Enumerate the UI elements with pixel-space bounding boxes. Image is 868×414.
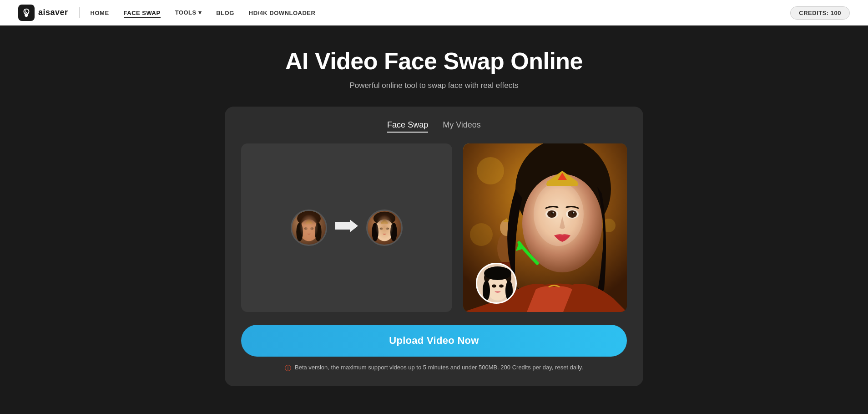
- svg-point-10: [375, 220, 394, 241]
- nav-link-blog[interactable]: BLOG: [216, 10, 234, 16]
- disclaimer: ⓘ Beta version, the maximum support vide…: [285, 364, 583, 373]
- svg-point-4: [304, 227, 308, 230]
- nav-item-hd-downloader[interactable]: HD/4K DOWNLOADER: [249, 9, 316, 17]
- tab-face-swap[interactable]: Face Swap: [387, 120, 428, 133]
- left-panel: [241, 143, 452, 312]
- svg-point-45: [499, 285, 504, 288]
- svg-point-14: [386, 228, 389, 230]
- swap-arrow-icon: [335, 218, 358, 237]
- demo-area: [241, 143, 627, 312]
- tabs-container: Face Swap My Videos: [387, 120, 481, 133]
- nav-right: CREDITS: 100: [790, 9, 850, 17]
- nav-links: HOME FACE SWAP TOOLS ▾ BLOG HD/4K DOWNLO…: [91, 9, 316, 17]
- svg-point-46: [483, 281, 490, 301]
- source-face-svg: [292, 210, 326, 246]
- svg-point-13: [380, 228, 383, 230]
- svg-point-6: [296, 223, 303, 241]
- chevron-down-icon: ▾: [198, 9, 202, 16]
- main-card: Face Swap My Videos: [225, 107, 643, 386]
- svg-rect-12: [381, 222, 388, 224]
- svg-marker-2: [306, 220, 313, 223]
- logo-icon: [18, 5, 35, 21]
- tab-my-videos[interactable]: My Videos: [443, 120, 481, 133]
- nav-link-hd-downloader[interactable]: HD/4K DOWNLOADER: [249, 10, 316, 16]
- nav-link-tools[interactable]: TOOLS ▾: [175, 9, 202, 16]
- svg-point-47: [505, 281, 513, 301]
- svg-point-1: [300, 220, 318, 241]
- nav-link-home[interactable]: HOME: [91, 10, 109, 16]
- svg-point-44: [492, 285, 496, 288]
- source-thumb-circle: [476, 263, 517, 304]
- svg-marker-11: [381, 220, 388, 223]
- source-thumb-svg: [477, 264, 517, 304]
- green-arrow-svg: [512, 238, 544, 270]
- logo-text: aisaver: [38, 8, 68, 17]
- svg-rect-31: [546, 182, 578, 186]
- svg-point-16: [390, 223, 397, 241]
- svg-point-36: [553, 212, 554, 214]
- upload-video-button[interactable]: Upload Video Now: [241, 325, 627, 357]
- logo[interactable]: aisaver: [18, 5, 68, 21]
- nav-item-face-swap[interactable]: FACE SWAP: [124, 9, 161, 17]
- svg-point-7: [315, 223, 322, 241]
- info-icon: ⓘ: [285, 364, 291, 373]
- nav-item-tools[interactable]: TOOLS ▾: [175, 9, 202, 16]
- right-panel: [463, 143, 627, 312]
- nav-item-home[interactable]: HOME: [91, 9, 109, 17]
- arrow-svg: [335, 219, 358, 233]
- green-arrow-indicator: [512, 238, 544, 272]
- navbar: aisaver HOME FACE SWAP TOOLS ▾ BLOG HD/4…: [0, 0, 868, 26]
- svg-point-5: [310, 227, 313, 230]
- face-swap-demo: [291, 210, 403, 246]
- svg-point-40: [573, 212, 575, 214]
- nav-link-face-swap[interactable]: FACE SWAP: [124, 10, 161, 18]
- nav-item-blog[interactable]: BLOG: [216, 9, 234, 17]
- svg-point-0: [297, 211, 321, 226]
- source-face-overlay: [476, 263, 517, 304]
- credits-badge[interactable]: CREDITS: 100: [790, 6, 850, 20]
- target-face-circle: [366, 210, 403, 246]
- main-content: AI Video Face Swap Online Powerful onlin…: [0, 26, 868, 414]
- svg-point-48: [484, 266, 511, 280]
- nav-divider: [79, 7, 80, 18]
- disclaimer-text: Beta version, the maximum support videos…: [295, 364, 583, 371]
- target-face-svg: [368, 210, 401, 246]
- svg-point-18: [477, 157, 504, 184]
- source-face-circle: [291, 210, 327, 246]
- svg-point-9: [373, 212, 395, 225]
- page-title: AI Video Face Swap Online: [285, 47, 583, 75]
- svg-marker-8: [335, 220, 358, 232]
- page-subtitle: Powerful online tool to swap face with r…: [349, 81, 518, 90]
- svg-point-21: [470, 223, 493, 246]
- result-image: [463, 143, 627, 312]
- logo-svg: [21, 8, 31, 18]
- svg-rect-3: [306, 222, 313, 224]
- svg-point-15: [372, 223, 378, 241]
